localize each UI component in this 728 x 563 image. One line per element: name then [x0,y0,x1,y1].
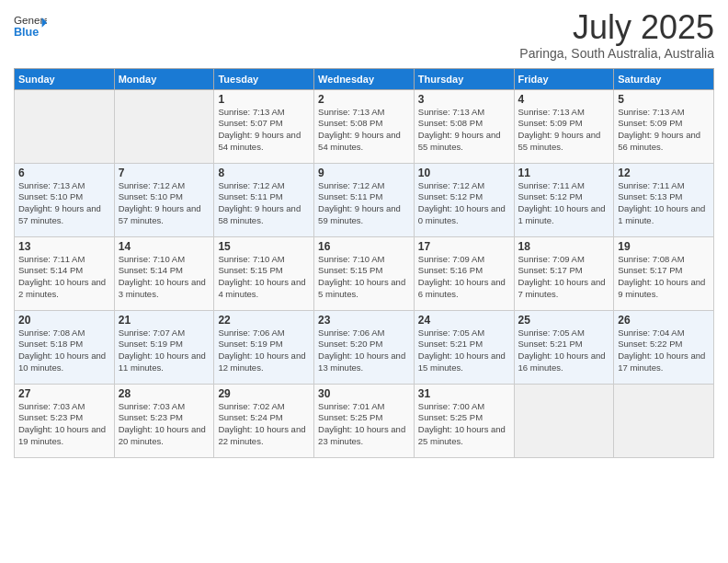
calendar-cell: 22Sunrise: 7:06 AMSunset: 5:19 PMDayligh… [214,310,314,384]
calendar-cell: 9Sunrise: 7:12 AMSunset: 5:11 PMDaylight… [314,163,415,236]
day-number: 15 [218,240,310,253]
day-info: Sunrise: 7:12 AMSunset: 5:11 PMDaylight:… [318,180,410,227]
day-number: 29 [218,387,310,400]
day-info: Sunrise: 7:06 AMSunset: 5:19 PMDaylight:… [218,327,310,374]
day-info: Sunrise: 7:13 AMSunset: 5:07 PMDaylight:… [218,107,310,154]
calendar-cell: 31Sunrise: 7:00 AMSunset: 5:25 PMDayligh… [414,384,514,457]
day-info: Sunrise: 7:05 AMSunset: 5:21 PMDaylight:… [518,327,610,374]
calendar-cell: 7Sunrise: 7:12 AMSunset: 5:10 PMDaylight… [114,163,214,236]
day-info: Sunrise: 7:11 AMSunset: 5:12 PMDaylight:… [518,180,610,227]
day-info: Sunrise: 7:13 AMSunset: 5:10 PMDaylight:… [18,180,110,227]
dow-header-sunday: Sunday [15,68,115,89]
day-number: 2 [318,93,410,106]
calendar-cell: 6Sunrise: 7:13 AMSunset: 5:10 PMDaylight… [15,163,115,236]
calendar-cell: 17Sunrise: 7:09 AMSunset: 5:16 PMDayligh… [414,236,514,310]
day-info: Sunrise: 7:05 AMSunset: 5:21 PMDaylight:… [418,327,510,374]
day-info: Sunrise: 7:11 AMSunset: 5:13 PMDaylight:… [618,180,710,227]
calendar-cell [614,384,714,457]
day-number: 4 [518,93,610,106]
calendar-cell: 11Sunrise: 7:11 AMSunset: 5:12 PMDayligh… [514,163,614,236]
day-info: Sunrise: 7:00 AMSunset: 5:25 PMDaylight:… [418,401,510,448]
calendar-cell: 2Sunrise: 7:13 AMSunset: 5:08 PMDaylight… [314,89,415,163]
day-number: 18 [518,240,610,253]
calendar-cell: 18Sunrise: 7:09 AMSunset: 5:17 PMDayligh… [514,236,614,310]
day-info: Sunrise: 7:03 AMSunset: 5:23 PMDaylight:… [119,401,210,448]
calendar-cell: 12Sunrise: 7:11 AMSunset: 5:13 PMDayligh… [614,163,714,236]
day-info: Sunrise: 7:09 AMSunset: 5:17 PMDaylight:… [518,254,610,301]
day-info: Sunrise: 7:10 AMSunset: 5:15 PMDaylight:… [318,254,410,301]
calendar-cell [114,89,214,163]
day-number: 5 [618,93,710,106]
page-header: General Blue July 2025 Paringa, South Au… [14,9,714,61]
day-info: Sunrise: 7:12 AMSunset: 5:10 PMDaylight:… [119,180,210,227]
calendar-week-4: 20Sunrise: 7:08 AMSunset: 5:18 PMDayligh… [15,310,714,384]
calendar-cell: 24Sunrise: 7:05 AMSunset: 5:21 PMDayligh… [414,310,514,384]
day-of-week-row: SundayMondayTuesdayWednesdayThursdayFrid… [15,68,714,89]
day-info: Sunrise: 7:03 AMSunset: 5:23 PMDaylight:… [18,401,110,448]
day-number: 21 [119,314,210,327]
day-number: 3 [418,93,510,106]
day-info: Sunrise: 7:01 AMSunset: 5:25 PMDaylight:… [318,401,410,448]
calendar-body: 1Sunrise: 7:13 AMSunset: 5:07 PMDaylight… [15,89,714,457]
calendar-cell [15,89,115,163]
day-number: 27 [18,387,110,400]
calendar-cell: 5Sunrise: 7:13 AMSunset: 5:09 PMDaylight… [614,89,714,163]
dow-header-tuesday: Tuesday [214,68,314,89]
day-number: 24 [418,314,510,327]
calendar-cell: 3Sunrise: 7:13 AMSunset: 5:08 PMDaylight… [414,89,514,163]
calendar-cell: 10Sunrise: 7:12 AMSunset: 5:12 PMDayligh… [414,163,514,236]
day-info: Sunrise: 7:10 AMSunset: 5:15 PMDaylight:… [218,254,310,301]
calendar-cell: 21Sunrise: 7:07 AMSunset: 5:19 PMDayligh… [114,310,214,384]
day-number: 23 [318,314,410,327]
day-info: Sunrise: 7:10 AMSunset: 5:14 PMDaylight:… [119,254,210,301]
day-info: Sunrise: 7:06 AMSunset: 5:20 PMDaylight:… [318,327,410,374]
day-number: 16 [318,240,410,253]
calendar-cell: 19Sunrise: 7:08 AMSunset: 5:17 PMDayligh… [614,236,714,310]
day-number: 31 [418,387,510,400]
day-info: Sunrise: 7:02 AMSunset: 5:24 PMDaylight:… [218,401,310,448]
calendar-week-3: 13Sunrise: 7:11 AMSunset: 5:14 PMDayligh… [15,236,714,310]
calendar-cell: 25Sunrise: 7:05 AMSunset: 5:21 PMDayligh… [514,310,614,384]
day-info: Sunrise: 7:13 AMSunset: 5:09 PMDaylight:… [518,107,610,154]
day-number: 10 [418,167,510,179]
day-number: 12 [618,167,710,179]
dow-header-monday: Monday [114,68,214,89]
calendar-week-2: 6Sunrise: 7:13 AMSunset: 5:10 PMDaylight… [15,163,714,236]
svg-text:Blue: Blue [14,26,39,39]
day-number: 1 [218,93,310,106]
day-info: Sunrise: 7:13 AMSunset: 5:09 PMDaylight:… [618,107,710,154]
calendar-cell: 29Sunrise: 7:02 AMSunset: 5:24 PMDayligh… [214,384,314,457]
calendar-week-1: 1Sunrise: 7:13 AMSunset: 5:07 PMDaylight… [15,89,714,163]
day-info: Sunrise: 7:13 AMSunset: 5:08 PMDaylight:… [318,107,410,154]
day-number: 30 [318,387,410,400]
day-info: Sunrise: 7:12 AMSunset: 5:11 PMDaylight:… [218,180,310,227]
calendar-cell: 26Sunrise: 7:04 AMSunset: 5:22 PMDayligh… [614,310,714,384]
calendar-cell: 1Sunrise: 7:13 AMSunset: 5:07 PMDaylight… [214,89,314,163]
calendar-cell: 16Sunrise: 7:10 AMSunset: 5:15 PMDayligh… [314,236,415,310]
day-info: Sunrise: 7:09 AMSunset: 5:16 PMDaylight:… [418,254,510,301]
day-number: 9 [318,167,410,179]
calendar-cell: 23Sunrise: 7:06 AMSunset: 5:20 PMDayligh… [314,310,415,384]
calendar-cell: 14Sunrise: 7:10 AMSunset: 5:14 PMDayligh… [114,236,214,310]
day-number: 26 [618,314,710,327]
day-number: 13 [18,240,110,253]
calendar-table: SundayMondayTuesdayWednesdayThursdayFrid… [14,68,714,458]
day-number: 14 [119,240,210,253]
day-number: 6 [18,167,110,179]
day-info: Sunrise: 7:12 AMSunset: 5:12 PMDaylight:… [418,180,510,227]
day-info: Sunrise: 7:08 AMSunset: 5:17 PMDaylight:… [618,254,710,301]
calendar-cell: 13Sunrise: 7:11 AMSunset: 5:14 PMDayligh… [15,236,115,310]
day-info: Sunrise: 7:04 AMSunset: 5:22 PMDaylight:… [618,327,710,374]
logo-icon: General Blue [14,9,47,42]
dow-header-wednesday: Wednesday [314,68,415,89]
day-number: 20 [18,314,110,327]
calendar-cell: 20Sunrise: 7:08 AMSunset: 5:18 PMDayligh… [15,310,115,384]
calendar-cell: 27Sunrise: 7:03 AMSunset: 5:23 PMDayligh… [15,384,115,457]
day-info: Sunrise: 7:07 AMSunset: 5:19 PMDaylight:… [119,327,210,374]
logo: General Blue [14,9,51,42]
dow-header-thursday: Thursday [414,68,514,89]
dow-header-saturday: Saturday [614,68,714,89]
month-year-title: July 2025 [519,9,714,46]
day-number: 19 [618,240,710,253]
day-number: 11 [518,167,610,179]
